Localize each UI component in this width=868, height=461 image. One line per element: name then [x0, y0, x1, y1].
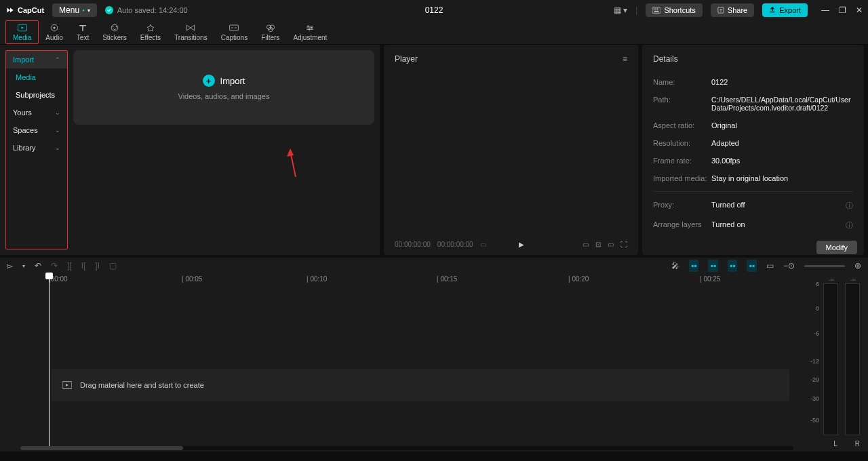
detail-key-fps: Frame rate: [653, 157, 711, 165]
undo-button[interactable]: ↶ [35, 261, 41, 270]
vu-meter: -∞ -∞ 60-6-12-20-30-50 L R [800, 274, 868, 452]
detail-val-arr: Turned on [711, 220, 846, 230]
export-icon [769, 7, 776, 14]
share-button[interactable]: Share [711, 3, 754, 17]
zoom-slider[interactable] [804, 265, 845, 267]
tab-audio[interactable]: Audio [39, 20, 70, 44]
chevron-down-icon: ⌄ [55, 144, 60, 151]
player-menu-icon[interactable]: ≡ [623, 54, 627, 64]
detail-val-aspect: Original [711, 121, 853, 129]
detail-key-imp: Imported media: [653, 174, 711, 182]
drop-hint: Drag material here and start to create [80, 381, 204, 389]
delete-tool[interactable]: ▢ [109, 261, 117, 270]
info-icon[interactable]: ⓘ [846, 201, 853, 211]
plus-icon: + [203, 75, 215, 87]
select-mode-dropdown[interactable]: ▾ [22, 263, 25, 269]
sidebar-item-library[interactable]: Library⌄ [6, 139, 67, 157]
sidebar-item-yours[interactable]: Yours⌄ [6, 104, 67, 121]
toggle-1[interactable]: ▪▪ [689, 260, 699, 272]
cut-right-tool[interactable]: ]I [95, 261, 100, 270]
toggle-2[interactable]: ▪▪ [708, 260, 718, 272]
preview-icon[interactable]: ▭ [766, 261, 774, 270]
toggle-3[interactable]: ▪▪ [728, 260, 738, 272]
layout-icon[interactable]: ▦ ▾ [614, 5, 627, 15]
info-icon[interactable]: ⓘ [846, 220, 853, 230]
svg-point-16 [308, 25, 309, 26]
project-name: 0122 [425, 5, 443, 15]
scale-icon[interactable]: ⊡ [595, 241, 601, 248]
tab-transitions[interactable]: Transitions [167, 20, 214, 44]
svg-marker-20 [287, 148, 294, 157]
sidebar-item-subprojects[interactable]: Subprojects [6, 86, 67, 104]
redo-button[interactable]: ↷ [51, 261, 58, 270]
vu-inf-l: -∞ [829, 277, 834, 283]
media-sidebar: Import⌃ Media Subprojects Yours⌄ Spaces⌄… [5, 50, 68, 249]
import-dropzone[interactable]: + Import Videos, audios, and images [73, 50, 374, 125]
detail-key-arr: Arrange layers [653, 220, 711, 230]
chevron-down-icon: ⌄ [55, 109, 60, 116]
maximize-button[interactable]: ❐ [839, 5, 846, 15]
detail-val-fps: 30.00fps [711, 157, 853, 165]
detail-val-res: Adapted [711, 139, 853, 147]
play-button[interactable]: ▶ [519, 241, 524, 248]
player-panel: Player ≡ 00:00:00:00 00:00:00:00 ▭ ▶ ▭ ⊡… [384, 45, 638, 255]
svg-point-9 [111, 24, 118, 31]
vu-label-r: R [855, 440, 860, 447]
sidebar-item-media[interactable]: Media [6, 68, 67, 86]
tab-text[interactable]: Text [70, 20, 96, 44]
autosave-status: Auto saved: 14:24:00 [105, 6, 188, 14]
check-icon [105, 6, 113, 14]
time-current: 00:00:00:00 [395, 241, 431, 248]
aspect-icon[interactable]: ▭ [608, 241, 614, 248]
svg-line-19 [290, 151, 296, 177]
chevron-up-icon: ⌃ [55, 56, 60, 63]
close-button[interactable]: ✕ [856, 5, 863, 15]
annotation-arrow-icon [283, 148, 304, 182]
svg-point-17 [311, 27, 313, 28]
chevron-down-icon: ⌄ [55, 127, 60, 134]
timeline[interactable]: |00:00| 00:05| 00:10| 00:15| 00:20| 00:2… [0, 274, 800, 452]
export-button[interactable]: Export [762, 3, 808, 17]
timeline-scrollbar[interactable] [20, 446, 793, 450]
svg-rect-4 [654, 11, 659, 12]
sidebar-item-import[interactable]: Import⌃ [6, 51, 67, 68]
shortcuts-button[interactable]: Shortcuts [646, 3, 702, 17]
modify-button[interactable]: Modify [816, 241, 857, 254]
player-title: Player [395, 54, 418, 64]
tab-media[interactable]: Media [5, 20, 39, 44]
keyboard-icon [652, 7, 660, 14]
svg-rect-3 [657, 8, 658, 9]
sidebar-item-spaces[interactable]: Spaces⌄ [6, 121, 67, 139]
cut-left-tool[interactable]: I[ [81, 261, 86, 270]
tab-filters[interactable]: Filters [254, 20, 286, 44]
zoom-out-button[interactable]: −⊙ [783, 261, 795, 270]
split-tool[interactable]: ][ [67, 261, 72, 270]
timeline-ruler[interactable]: |00:00| 00:05| 00:10| 00:15| 00:20| 00:2… [0, 274, 800, 287]
tab-effects[interactable]: Effects [134, 20, 167, 44]
detail-val-name: 0122 [711, 78, 853, 86]
share-icon [717, 7, 724, 14]
vu-bar-left [823, 283, 838, 435]
app-logo: CapCut [5, 5, 44, 15]
svg-rect-1 [654, 8, 655, 9]
tab-stickers[interactable]: Stickers [96, 20, 134, 44]
vu-label-l: L [833, 440, 837, 447]
svg-point-8 [53, 26, 55, 28]
ratio-icon[interactable]: ▭ [583, 241, 589, 248]
mic-icon[interactable]: 🎤︎ [671, 261, 679, 270]
fullscreen-icon[interactable]: ⛶ [620, 241, 627, 248]
playhead[interactable] [49, 274, 50, 446]
select-tool[interactable]: ▻ [7, 261, 13, 270]
tab-captions[interactable]: Captions [214, 20, 254, 44]
timeline-drop-track[interactable]: Drag material here and start to create [52, 369, 789, 401]
svg-point-18 [309, 28, 310, 30]
menu-button[interactable]: Menu●▾ [52, 3, 97, 17]
svg-rect-2 [656, 8, 657, 9]
toggle-4[interactable]: ▪▪ [747, 260, 757, 272]
time-total: 00:00:00:00 [437, 241, 473, 248]
tab-adjustment[interactable]: Adjustment [286, 20, 334, 44]
detail-val-proxy: Turned off [711, 201, 846, 211]
minimize-button[interactable]: — [821, 5, 829, 15]
module-tabs: Media Audio Text Stickers Effects Transi… [0, 20, 868, 45]
zoom-in-button[interactable]: ⊕ [854, 261, 861, 270]
